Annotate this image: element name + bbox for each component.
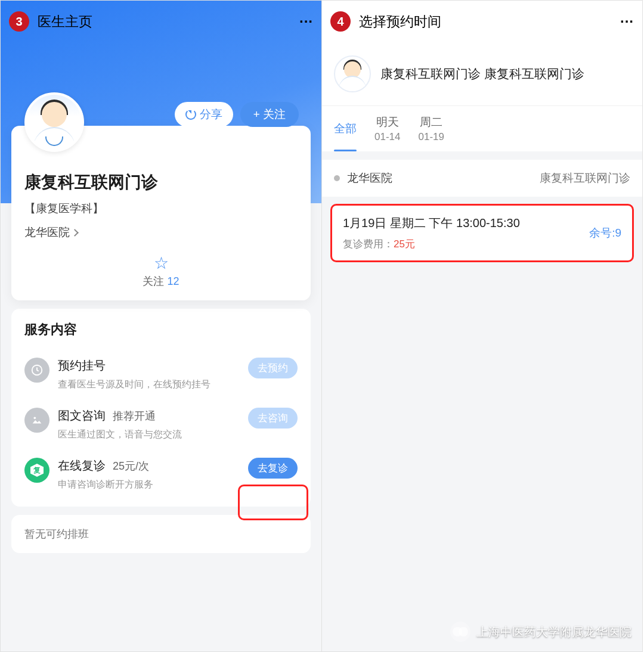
service-icon [24, 358, 49, 383]
time-slot-card[interactable]: 1月19日 星期二 下午 13:00-15:30 复诊费用：25元 余号:9 [330, 204, 634, 262]
highlight-revisit-button [238, 485, 308, 520]
date-tabs: 全部明天01-14周二01-19 [322, 105, 642, 151]
service-item: 预约挂号查看医生号源及时间，在线预约挂号去预约 [24, 349, 298, 399]
doctor-header: 康复科互联网门诊 康复科互联网门诊 [322, 42, 642, 105]
doctor-name: 康复科互联网门诊 [24, 171, 298, 194]
slot-fee: 复诊费用：25元 [343, 237, 589, 251]
location-dept: 康复科互联网门诊 [540, 170, 630, 186]
slot-remaining: 余号:9 [589, 225, 621, 241]
service-name: 在线复诊 [58, 458, 106, 474]
share-icon [185, 109, 196, 120]
service-name: 图文咨询 [58, 408, 106, 424]
location-dot-icon [334, 175, 340, 181]
empty-schedule-note: 暂无可约排班 [11, 515, 311, 553]
star-icon: ☆ [154, 253, 169, 273]
chevron-right-icon [71, 229, 79, 237]
more-icon[interactable]: ··· [299, 13, 313, 30]
location-name: 龙华医院 [347, 170, 392, 186]
service-name: 预约挂号 [58, 358, 106, 374]
location-row: 龙华医院 康复科互联网门诊 [322, 160, 642, 197]
service-action-button[interactable]: 去预约 [248, 358, 298, 378]
step-badge: 4 [330, 11, 351, 32]
nav-title: 选择预约时间 [359, 13, 441, 31]
service-item: 图文咨询推荐开通医生通过图文，语音与您交流去咨询 [24, 399, 298, 449]
watermark: 上海中医药大学附属龙华医院 [450, 622, 631, 642]
service-extra: 推荐开通 [113, 409, 156, 423]
service-icon: 复 [24, 458, 49, 483]
more-icon[interactable]: ··· [620, 13, 634, 30]
service-desc: 申请咨询诊断开方服务 [58, 479, 240, 491]
services-section: 服务内容 预约挂号查看医生号源及时间，在线预约挂号去预约图文咨询推荐开通医生通过… [11, 309, 311, 507]
wechat-icon [450, 622, 470, 642]
doctor-avatar [24, 92, 84, 152]
slot-datetime: 1月19日 星期二 下午 13:00-15:30 [343, 215, 589, 231]
service-action-button[interactable]: 去复诊 [248, 458, 298, 479]
share-button[interactable]: 分享 [175, 102, 233, 127]
service-extra: 25元/次 [113, 459, 149, 473]
doctor-card: 分享 + 关注 康复科互联网门诊 【康复医学科】 龙华医院 ☆ 关注 12 [11, 126, 311, 300]
date-tab[interactable]: 全部 [334, 106, 357, 151]
nav-bar: 4 选择预约时间 ··· [322, 1, 642, 42]
service-action-button[interactable]: 去咨询 [248, 408, 298, 429]
follow-button[interactable]: + 关注 [240, 102, 299, 127]
doctor-header-title: 康复科互联网门诊 康复科互联网门诊 [380, 66, 584, 82]
service-desc: 查看医生号源及时间，在线预约挂号 [58, 378, 240, 391]
step-badge: 3 [9, 11, 29, 32]
doctor-avatar [334, 55, 371, 92]
hospital-link[interactable]: 龙华医院 [24, 225, 298, 240]
svg-point-1 [34, 417, 36, 420]
date-tab[interactable]: 周二01-19 [418, 106, 444, 151]
section-title: 服务内容 [24, 321, 298, 339]
follow-stat: ☆ 关注 12 [24, 253, 298, 288]
nav-bar: 3 医生主页 ··· [1, 1, 321, 42]
dept-tag: 【康复医学科】 [24, 201, 298, 216]
date-tab[interactable]: 明天01-14 [374, 106, 400, 151]
service-desc: 医生通过图文，语音与您交流 [58, 429, 240, 441]
service-icon [24, 408, 49, 433]
nav-title: 医生主页 [38, 13, 92, 31]
